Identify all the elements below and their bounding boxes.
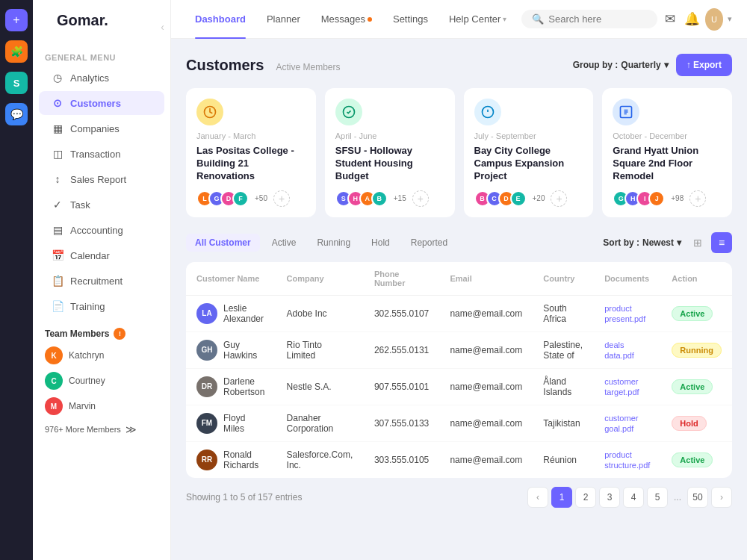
sidebar-item-accounting[interactable]: ▤ Acccounting: [39, 218, 164, 242]
email-cell: name@email.com: [439, 295, 533, 332]
company-cell: Danaher Corporation: [276, 405, 364, 441]
tab-hold[interactable]: Hold: [362, 234, 399, 252]
last-page-button[interactable]: 50: [687, 487, 708, 508]
page-title: Customers: [186, 57, 264, 74]
export-button[interactable]: ↑ Export: [676, 54, 732, 76]
country-cell: Palestine, State of: [533, 332, 594, 368]
tab-active[interactable]: Active: [263, 234, 306, 252]
icon-bar: + 🧩 S 💬: [0, 0, 33, 560]
document-link[interactable]: product present.pdf: [604, 304, 645, 323]
col-company: Company: [276, 262, 364, 296]
customer-name-cell: RR Ronald Richards: [186, 441, 276, 478]
country-cell: Åland Islands: [533, 368, 594, 405]
document-cell[interactable]: product structure.pdf: [594, 441, 661, 478]
status-badge[interactable]: Running: [672, 343, 722, 358]
tab-running[interactable]: Running: [308, 234, 359, 252]
document-link[interactable]: deals data.pdf: [604, 340, 634, 360]
view-toggle: ⊞ ≡: [687, 232, 732, 253]
action-cell: Running: [661, 332, 732, 368]
q3-add-button[interactable]: +: [551, 190, 567, 207]
phone-cell: 302.555.0107: [364, 295, 440, 332]
list-view-icon[interactable]: ≡: [711, 232, 732, 253]
team-member-courtney[interactable]: C Courtney: [33, 368, 170, 393]
user-avatar[interactable]: U: [705, 8, 723, 31]
team-member-katchryn[interactable]: K Katchryn: [33, 343, 170, 368]
group-by-selector[interactable]: Group by : Quarterly ▾: [573, 60, 669, 70]
next-page-button[interactable]: ›: [711, 487, 732, 508]
nav-planner[interactable]: Planner: [258, 0, 309, 39]
sign-icon[interactable]: S: [5, 72, 28, 94]
status-badge[interactable]: Active: [672, 306, 713, 321]
user-chevron-icon[interactable]: ▾: [728, 14, 732, 24]
table-header: All Customer Active Running Hold Reporte…: [186, 232, 732, 253]
mail-icon[interactable]: ✉: [660, 7, 680, 31]
q4-period: October - December: [613, 131, 722, 140]
puzzle-icon[interactable]: 🧩: [5, 40, 28, 63]
add-button[interactable]: +: [5, 9, 28, 31]
document-link[interactable]: customer target.pdf: [604, 377, 639, 396]
q2-count: +15: [394, 194, 406, 202]
document-link[interactable]: customer goal.pdf: [604, 414, 638, 433]
sidebar-item-calendar[interactable]: 📅 Calendar: [39, 243, 164, 267]
tab-reported[interactable]: Reported: [402, 234, 456, 252]
companies-icon: ▦: [51, 122, 64, 134]
status-badge[interactable]: Hold: [672, 416, 706, 431]
q2-add-button[interactable]: +: [412, 190, 429, 207]
prev-page-button[interactable]: ‹: [527, 487, 548, 508]
nav-settings[interactable]: Settings: [384, 0, 437, 39]
sort-by-selector[interactable]: Sort by : Newest ▾: [603, 237, 681, 248]
company-cell: Nestle S.A.: [276, 368, 364, 405]
page-4-button[interactable]: 4: [623, 487, 644, 508]
q4-icon: [613, 99, 639, 125]
status-badge[interactable]: Active: [672, 452, 713, 467]
team-member-marvin[interactable]: M Marvin: [33, 393, 170, 419]
sidebar-item-companies[interactable]: ▦ Companies: [39, 116, 164, 140]
sidebar-item-training[interactable]: 📄 Training: [39, 294, 164, 318]
chat-icon[interactable]: 💬: [5, 103, 28, 125]
search-bar[interactable]: 🔍: [521, 10, 657, 28]
main-content: Dashboard Planner Messages Settings Help…: [171, 0, 747, 560]
nav-messages[interactable]: Messages: [312, 0, 381, 39]
page-3-button[interactable]: 3: [599, 487, 620, 508]
sidebar-collapse-arrow[interactable]: ‹: [161, 21, 164, 33]
document-cell[interactable]: product present.pdf: [594, 295, 661, 332]
customer-name: Guy Hawkins: [223, 340, 266, 361]
nav-help-center[interactable]: Help Center ▾: [440, 0, 515, 39]
document-cell[interactable]: customer target.pdf: [594, 368, 661, 405]
search-input[interactable]: [548, 13, 674, 25]
q4-add-button[interactable]: +: [689, 190, 706, 207]
q1-add-button[interactable]: +: [273, 190, 290, 207]
header-actions: Group by : Quarterly ▾ ↑ Export: [573, 54, 732, 76]
document-cell[interactable]: deals data.pdf: [594, 332, 661, 368]
q2-avatars: S H A B +15 +: [335, 190, 444, 207]
q4-title: Grand Hyatt Union Square 2nd Floor Remod…: [613, 145, 722, 183]
customer-name-cell: GH Guy Hawkins: [186, 332, 276, 368]
grid-view-icon[interactable]: ⊞: [687, 232, 708, 253]
page-5-button[interactable]: 5: [647, 487, 668, 508]
sort-chevron-icon: ▾: [677, 237, 681, 248]
page-1-button[interactable]: 1: [551, 487, 572, 508]
customer-name: Leslie Alexander: [223, 303, 266, 324]
sidebar-item-recruitment[interactable]: 📋 Recruitment: [39, 269, 164, 293]
quarter-card-q2: April - June SFSU - Holloway Student Hou…: [325, 88, 455, 217]
document-cell[interactable]: customer goal.pdf: [594, 405, 661, 441]
action-cell: Active: [661, 368, 732, 405]
tab-all-customers[interactable]: All Customer: [186, 234, 260, 252]
sidebar-item-sales-report[interactable]: ↕ Sales Report: [39, 167, 164, 191]
sidebar-item-customers[interactable]: ⊙ Customers: [39, 91, 164, 115]
status-badge[interactable]: Active: [672, 379, 713, 394]
customers-icon: ⊙: [51, 97, 64, 109]
sidebar-item-task[interactable]: ✓ Task: [39, 193, 164, 217]
document-link[interactable]: product structure.pdf: [604, 450, 650, 470]
customer-name-cell: DR Darlene Robertson: [186, 368, 276, 405]
customer-name: Darlene Robertson: [223, 376, 266, 397]
page-2-button[interactable]: 2: [575, 487, 596, 508]
nav-dashboard[interactable]: Dashboard: [186, 0, 255, 39]
phone-cell: 907.555.0101: [364, 368, 440, 405]
sidebar-item-transaction[interactable]: ◫ Transaction: [39, 142, 164, 166]
sidebar-item-analytics[interactable]: ◷ Analytics: [39, 66, 164, 90]
table-row: RR Ronald Richards Salesforce.Com, Inc. …: [186, 441, 732, 478]
more-members[interactable]: 976+ More Members ≫: [33, 419, 170, 440]
bell-icon[interactable]: 🔔: [683, 7, 702, 31]
col-action: Action: [661, 262, 732, 296]
